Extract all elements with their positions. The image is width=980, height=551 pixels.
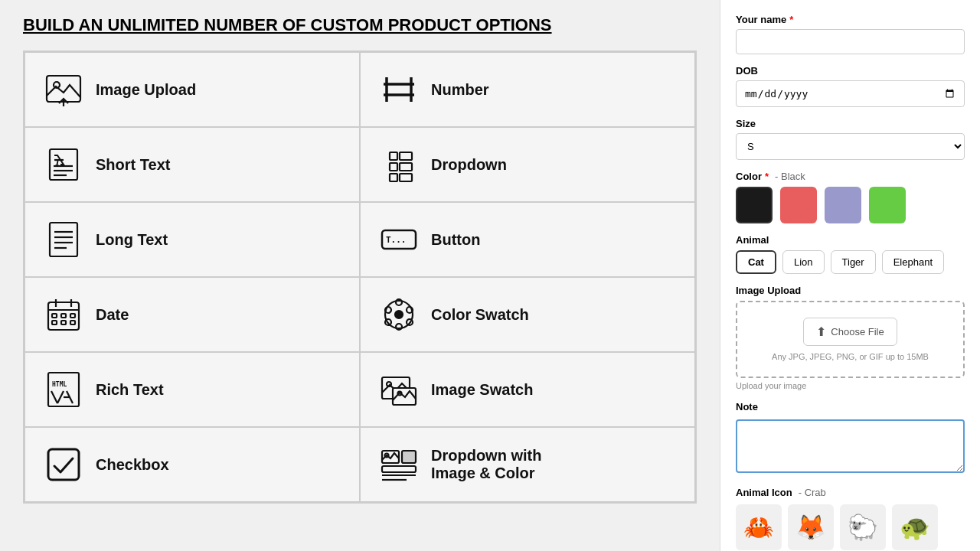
- svg-line-46: [51, 391, 57, 403]
- svg-rect-13: [390, 152, 397, 160]
- animal-icons: 🦀 🦊 🐑 🐢: [736, 504, 965, 550]
- button-label: Button: [431, 231, 480, 249]
- note-group: Note: [736, 401, 965, 476]
- svg-rect-33: [52, 321, 57, 324]
- grid-item-color-swatch[interactable]: Color Swatch: [360, 277, 695, 352]
- svg-rect-15: [390, 163, 397, 171]
- svg-rect-16: [400, 163, 412, 171]
- svg-line-47: [57, 391, 64, 403]
- long-text-icon: [44, 220, 83, 259]
- animal-icon-turtle[interactable]: 🐢: [892, 504, 938, 550]
- animal-icon-fox[interactable]: 🦊: [788, 504, 834, 550]
- svg-rect-14: [400, 152, 412, 160]
- color-group: Color * - Black: [736, 171, 965, 223]
- dob-input[interactable]: [736, 80, 965, 107]
- image-swatch-label: Image Swatch: [431, 381, 533, 399]
- grid-item-dropdown[interactable]: Dropdown: [360, 127, 695, 202]
- upload-icon: ⬆: [816, 324, 826, 339]
- animal-icon-label: Animal Icon - Crab: [736, 487, 965, 498]
- svg-rect-34: [61, 321, 66, 324]
- grid-item-dropdown-image-color[interactable]: Dropdown with Image & Color: [360, 427, 695, 502]
- size-label: Size: [736, 118, 965, 129]
- size-group: Size S M L XL: [736, 118, 965, 160]
- svg-rect-54: [48, 449, 79, 480]
- date-label: Date: [96, 306, 129, 324]
- image-upload-icon: [44, 70, 83, 109]
- dropdown-label: Dropdown: [431, 156, 507, 174]
- date-icon: [44, 295, 83, 334]
- svg-rect-32: [70, 314, 75, 318]
- grid-item-long-text[interactable]: Long Text: [24, 202, 360, 277]
- grid-item-button[interactable]: T... Button: [360, 202, 695, 277]
- svg-point-43: [395, 311, 403, 318]
- image-upload-label: Image Upload: [96, 81, 196, 99]
- image-upload-label: Image Upload: [736, 285, 965, 296]
- svg-rect-31: [61, 314, 66, 318]
- svg-rect-60: [402, 451, 416, 463]
- animal-btn-lion[interactable]: Lion: [782, 250, 825, 274]
- svg-text:T: T: [54, 156, 61, 168]
- rich-text-label: Rich Text: [96, 381, 164, 399]
- color-label: Color * - Black: [736, 171, 965, 182]
- main-title: BUILD AN UNLIMITED NUMBER OF CUSTOM PROD…: [23, 15, 697, 35]
- animal-icon-sheep[interactable]: 🐑: [840, 504, 886, 550]
- dropdown-image-color-icon: [379, 445, 419, 484]
- button-icon: T...: [379, 220, 419, 259]
- color-swatch-purple[interactable]: [825, 187, 861, 223]
- grid-item-image-swatch[interactable]: Image Swatch: [360, 352, 695, 427]
- dropdown-icon: [379, 145, 419, 184]
- grid-item-short-text[interactable]: T Short Text: [24, 127, 360, 202]
- note-label: Note: [736, 401, 965, 412]
- your-name-group: Your name *: [736, 14, 965, 54]
- svg-rect-35: [70, 321, 75, 324]
- animal-buttons: Cat Lion Tiger Elephant: [736, 250, 965, 274]
- animal-btn-elephant[interactable]: Elephant: [882, 250, 944, 274]
- animal-icon-crab[interactable]: 🦀: [736, 504, 782, 550]
- svg-rect-57: [382, 466, 416, 472]
- size-select[interactable]: S M L XL: [736, 133, 965, 160]
- grid-item-checkbox[interactable]: Checkbox: [24, 427, 360, 502]
- animal-btn-tiger[interactable]: Tiger: [831, 250, 876, 274]
- rich-text-icon: HTML: [44, 370, 83, 409]
- dropdown-image-color-label: Dropdown with Image & Color: [431, 447, 541, 482]
- grid-item-date[interactable]: Date: [24, 277, 360, 352]
- grid-item-rich-text[interactable]: HTML Rich Text: [24, 352, 360, 427]
- image-upload-group: Image Upload ⬆ Choose File Any JPG, JPEG…: [736, 285, 965, 390]
- grid-item-number[interactable]: Number: [360, 52, 695, 127]
- animal-group: Animal Cat Lion Tiger Elephant: [736, 234, 965, 274]
- required-star: *: [789, 14, 793, 25]
- svg-rect-30: [52, 314, 57, 318]
- svg-rect-17: [390, 174, 397, 181]
- options-grid: Image Upload Number T Short Text: [23, 51, 697, 504]
- color-swatch-red[interactable]: [780, 187, 817, 223]
- color-swatch-black[interactable]: [736, 187, 773, 223]
- animal-btn-cat[interactable]: Cat: [736, 250, 776, 274]
- number-icon: [379, 70, 419, 109]
- color-swatches: [736, 187, 965, 223]
- color-swatch-label: Color Swatch: [431, 306, 529, 324]
- number-label: Number: [431, 81, 489, 99]
- dob-group: DOB: [736, 65, 965, 107]
- image-swatch-icon: [379, 370, 419, 409]
- svg-rect-44: [48, 373, 79, 406]
- left-panel: BUILD AN UNLIMITED NUMBER OF CUSTOM PROD…: [0, 0, 720, 551]
- checkbox-icon: [44, 445, 83, 484]
- animal-icon-group: Animal Icon - Crab 🦀 🦊 🐑 🐢: [736, 487, 965, 550]
- upload-hint: Any JPG, JPEG, PNG, or GIF up to 15MB: [753, 352, 948, 361]
- dob-label: DOB: [736, 65, 965, 77]
- svg-rect-19: [50, 223, 77, 256]
- your-name-input[interactable]: [736, 29, 965, 54]
- svg-rect-18: [400, 174, 412, 181]
- short-text-label: Short Text: [96, 156, 170, 174]
- long-text-label: Long Text: [96, 231, 168, 249]
- svg-text:T...: T...: [386, 235, 407, 245]
- animal-label: Animal: [736, 234, 965, 246]
- choose-file-button[interactable]: ⬆ Choose File: [803, 318, 897, 346]
- grid-item-image-upload[interactable]: Image Upload: [24, 52, 360, 127]
- right-panel: Your name * DOB Size S M L XL Color * - …: [720, 0, 980, 551]
- upload-area[interactable]: ⬆ Choose File Any JPG, JPEG, PNG, or GIF…: [736, 301, 965, 378]
- svg-text:HTML: HTML: [52, 381, 67, 388]
- checkbox-label: Checkbox: [96, 456, 169, 474]
- color-swatch-green[interactable]: [869, 187, 906, 223]
- note-textarea[interactable]: [736, 419, 965, 473]
